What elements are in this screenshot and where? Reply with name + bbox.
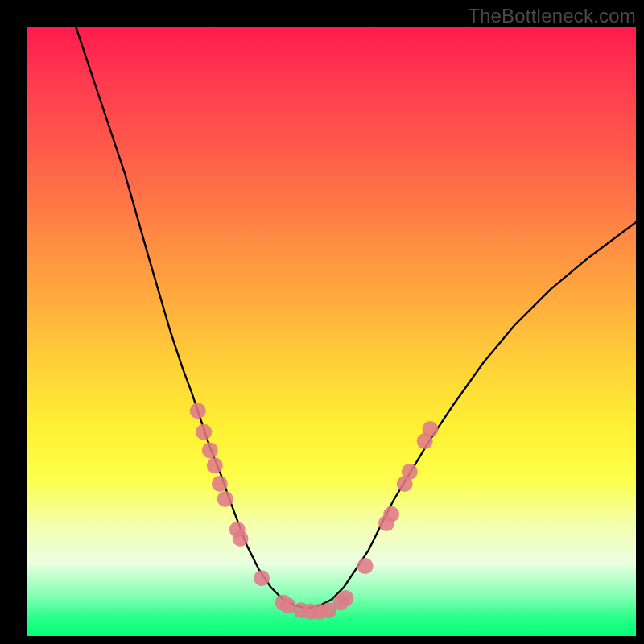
- marker-point: [337, 590, 353, 606]
- watermark-text: TheBottleneck.com: [468, 5, 636, 27]
- marker-point: [233, 530, 249, 547]
- marker-point: [383, 506, 399, 522]
- curve-curve-left: [76, 27, 308, 609]
- marker-point: [357, 558, 374, 574]
- marker-point: [207, 457, 223, 473]
- plot-area: [27, 27, 636, 636]
- marker-point: [217, 491, 233, 507]
- marker-point: [190, 402, 206, 419]
- marker-point: [212, 476, 228, 492]
- marker-point: [196, 424, 212, 440]
- chart-svg: [27, 27, 636, 636]
- outer-frame: TheBottleneck.com: [0, 0, 644, 644]
- marker-point: [254, 570, 270, 586]
- marker-point: [423, 421, 439, 437]
- curve-curve-right: [308, 222, 636, 609]
- marker-point: [202, 442, 218, 458]
- marker-point: [402, 464, 418, 480]
